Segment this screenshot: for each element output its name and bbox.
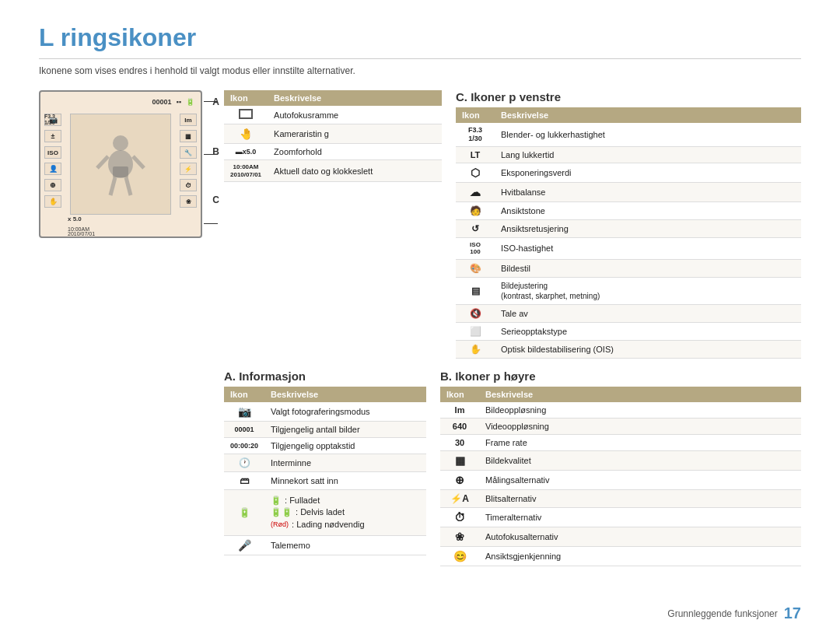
table-row: 📷 Valgt fotograferingsmodus	[224, 402, 426, 422]
section-c-title: C. Ikoner p venstre	[456, 90, 801, 103]
bottom-sections: A. Informasjon Ikon Beskrivelse 📷 Valgt	[224, 370, 801, 566]
icon-cell: ☁	[456, 182, 495, 201]
label-b: B	[212, 146, 219, 157]
desc-cell: Aktuell dato og klokkeslett	[268, 160, 442, 182]
cam-right-icon-3: 🔧	[180, 146, 197, 159]
table-row: LT Lang lukkertid	[456, 146, 801, 163]
desc-cell: Kameraristin g	[268, 124, 442, 144]
section-c-container: C. Ikoner p venstre Ikon Beskrivelse F3.…	[456, 90, 801, 359]
desc-cell: Blender- og lukkerhastighet	[495, 123, 801, 146]
section-b-col-desc: Beskrivelse	[479, 387, 801, 402]
table-row: ↺ Ansiktsretusjering	[456, 219, 801, 237]
table-row: ⏱ Timeralternativ	[440, 507, 801, 527]
icon-cell: 00:00:20	[224, 437, 264, 454]
right-content: Ikon Beskrivelse Autofokusramme 🤚	[224, 90, 801, 566]
icon-cell: ⏱	[440, 507, 479, 527]
section-b-col-icon: Ikon	[440, 387, 479, 402]
section-a-col-desc: Beskrivelse	[264, 387, 426, 402]
svg-point-0	[113, 135, 128, 151]
person-silhouette	[93, 129, 148, 199]
icon-cell: Im	[440, 402, 479, 419]
desc-cell: Autofokusalternativ	[479, 527, 801, 546]
section-b-title: B. Ikoner p høyre	[440, 370, 801, 383]
desc-cell: Ansiktstone	[495, 201, 801, 219]
list-item: (Rød) : Lading nødvendig	[271, 519, 420, 531]
section-a-table: Ikon Beskrivelse 📷 Valgt fotograferingsm…	[224, 387, 426, 555]
table-row: ✋ Optisk bildestabilisering (OIS)	[456, 340, 801, 358]
icon-cell: 30	[440, 434, 479, 450]
icon-cell: 🎤	[224, 535, 264, 555]
icon-cell: 🔋	[224, 489, 264, 535]
section-b-table: Ikon Beskrivelse Im Bildeoppløsning 640	[440, 387, 801, 566]
svg-line-3	[133, 156, 144, 168]
icon-cell: 🗃	[224, 471, 264, 489]
icon-cell: ❀	[440, 527, 479, 546]
desc-cell: Tilgjengelig opptakstid	[264, 437, 426, 454]
section-a-title: A. Informasjon	[224, 370, 426, 383]
desc-cell: Målingsalternativ	[479, 470, 801, 489]
section-c-col-icon: Ikon	[456, 107, 495, 123]
label-a: A	[212, 96, 219, 107]
desc-cell: Bildestil	[495, 259, 801, 277]
camera-viewfinder	[70, 114, 171, 215]
desc-cell: Videooppløsning	[479, 418, 801, 434]
icon-cell: ISO100	[456, 237, 495, 259]
footer: Grunnleggende funksjoner 17	[667, 604, 801, 622]
table-row: 🕐 Interminne	[224, 454, 426, 471]
icon-cell: ⬡	[456, 163, 495, 182]
cam-icon-measure: ⊕	[44, 179, 61, 191]
cam-right-icon-1: Im	[180, 114, 197, 126]
footer-page: 17	[784, 604, 801, 622]
desc-cell: Ansiktsretusjering	[495, 219, 801, 237]
table-row: 00:00:20 Tilgjengelig opptakstid	[224, 437, 426, 454]
icon-cell: 😊	[440, 546, 479, 566]
table-row: ⬜ Serieopptakstype	[456, 322, 801, 340]
table-row: ▤ Bildejustering(kontrast, skarphet, met…	[456, 277, 801, 304]
icon-cell: ▤	[456, 277, 495, 304]
list-item: 🔋🔋 : Delvis ladet	[271, 506, 420, 518]
icon-cell: 10:00AM2010/07/01	[224, 160, 268, 182]
cam-date: 2010/07/01	[68, 231, 95, 236]
table-row: 🔇 Tale av	[456, 304, 801, 322]
cam-zoom-label: x 5.0	[68, 215, 82, 222]
cam-right-icon-4: ⚡	[180, 163, 197, 175]
icon-cell: ⚡A	[440, 489, 479, 507]
section-b-container: B. Ikoner p høyre Ikon Beskrivelse Im Bi…	[440, 370, 801, 566]
svg-rect-6	[113, 166, 128, 177]
table-row: ISO100 ISO-hastighet	[456, 237, 801, 259]
table-row: 😊 Ansiktsgjenkjenning	[440, 546, 801, 566]
table-row: ▬x5.0 Zoomforhold	[224, 144, 442, 160]
table-row: ▦ Bildekvalitet	[440, 450, 801, 470]
desc-cell: ISO-hastighet	[495, 237, 801, 259]
svg-line-5	[126, 177, 131, 195]
line-a	[204, 101, 218, 102]
desc-cell: Zoomforhold	[268, 144, 442, 160]
icon-cell: ▬x5.0	[224, 144, 268, 160]
desc-bildejustering: Bildejustering(kontrast, skarphet, metni…	[501, 282, 600, 300]
cam-right-icon-2: ▦	[180, 130, 197, 142]
table-row: 🔋 🔋 : Fulladet 🔋🔋 : Delvis ladet (Rød) :…	[224, 489, 426, 535]
section-c-table: Ikon Beskrivelse F3.31/30 Blender- og lu…	[456, 107, 801, 359]
table-row: Autofokusramme	[224, 106, 442, 124]
desc-cell: Optisk bildestabilisering (OIS)	[495, 340, 801, 358]
icon-cell	[224, 106, 268, 124]
camera-section: 00001 ▪▪ 🔋 📷 ± ISO 👤 ⊕ ✋	[39, 90, 210, 566]
table-row: ⚡A Blitsalternativ	[440, 489, 801, 507]
table-row: ☁ Hvitbalanse	[456, 182, 801, 201]
desc-cell: Autofokusramme	[268, 106, 442, 124]
desc-cell: Tale av	[495, 304, 801, 322]
icon-cell: 📷	[224, 402, 264, 422]
desc-cell: Eksponeringsverdi	[495, 163, 801, 182]
icon-cell: ▦	[440, 450, 479, 470]
camera-left-icons: 📷 ± ISO 👤 ⊕ ✋	[44, 114, 61, 208]
desc-cell: Minnekort satt inn	[264, 471, 426, 489]
desc-cell: Lang lukkertid	[495, 146, 801, 163]
line-c	[204, 223, 218, 224]
desc-cell: Bildejustering(kontrast, skarphet, metni…	[495, 277, 801, 304]
section-a-container: A. Informasjon Ikon Beskrivelse 📷 Valgt	[224, 370, 426, 566]
rect-icon	[239, 109, 253, 119]
top-icon-table: Ikon Beskrivelse Autofokusramme 🤚	[224, 90, 442, 182]
icon-cell: ⊕	[440, 470, 479, 489]
table-row: ❀ Autofokusalternativ	[440, 527, 801, 546]
desc-cell: Frame rate	[479, 434, 801, 450]
